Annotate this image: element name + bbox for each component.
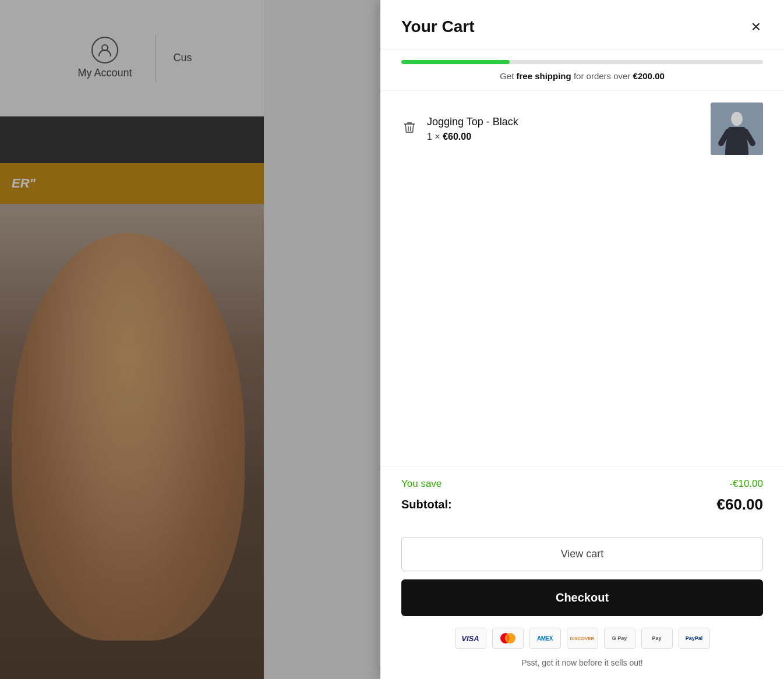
shipping-suffix: for orders over (574, 71, 633, 81)
shipping-progress-section: Get free shipping for orders over €200.0… (380, 49, 784, 91)
cart-item: Jogging Top - Black 1 × €60.00 (401, 102, 763, 155)
subtotal-label: Subtotal: (401, 498, 452, 511)
shipping-message: Get free shipping for orders over €200.0… (401, 71, 763, 81)
payment-icons: VISA AMEX DISCOVER G Pay Pay PayPal (380, 628, 784, 655)
payment-icon-gpay: G Pay (604, 628, 635, 649)
svg-rect-3 (728, 127, 746, 144)
checkout-button[interactable]: Checkout (401, 579, 763, 616)
close-button[interactable]: × (749, 16, 763, 37)
item-image-inner (711, 102, 763, 155)
savings-label: You save (401, 478, 442, 490)
payment-icon-visa: VISA (455, 628, 486, 649)
subtotal-row: Subtotal: €60.00 (401, 496, 763, 514)
payment-icon-amex: AMEX (529, 628, 561, 649)
item-quantity: 1 (427, 132, 432, 142)
savings-amount: -€10.00 (729, 478, 763, 490)
item-image (711, 102, 763, 155)
item-name: Jogging Top - Black (427, 116, 701, 128)
cart-title: Your Cart (401, 17, 475, 36)
subtotal-amount: €60.00 (716, 496, 763, 514)
cart-items-list: Jogging Top - Black 1 × €60.00 (380, 91, 784, 466)
cart-panel: Your Cart × Get free shipping for orders… (380, 0, 784, 679)
shipping-amount: €200.00 (633, 71, 665, 81)
cart-actions: View cart Checkout (380, 537, 784, 628)
savings-row: You save -€10.00 (401, 478, 763, 490)
view-cart-button[interactable]: View cart (401, 537, 763, 571)
item-price: €60.00 (443, 132, 471, 142)
delete-item-button[interactable] (401, 119, 418, 139)
cart-header: Your Cart × (380, 0, 784, 49)
payment-icon-paypal: PayPal (679, 628, 710, 649)
shipping-progress-track (401, 60, 763, 64)
urgency-text: Psst, get it now before it sells out! (380, 655, 784, 679)
svg-point-2 (731, 112, 743, 126)
shipping-progress-fill (401, 60, 510, 64)
item-price-line: 1 × €60.00 (427, 132, 701, 142)
payment-icon-applepay: Pay (641, 628, 673, 649)
item-details: Jogging Top - Black 1 × €60.00 (427, 116, 701, 142)
cart-totals: You save -€10.00 Subtotal: €60.00 (380, 466, 784, 537)
shipping-bold: free shipping (517, 71, 571, 81)
payment-icon-mastercard (492, 628, 524, 649)
item-unit-label: × (435, 132, 443, 142)
payment-icon-discover: DISCOVER (567, 628, 598, 649)
